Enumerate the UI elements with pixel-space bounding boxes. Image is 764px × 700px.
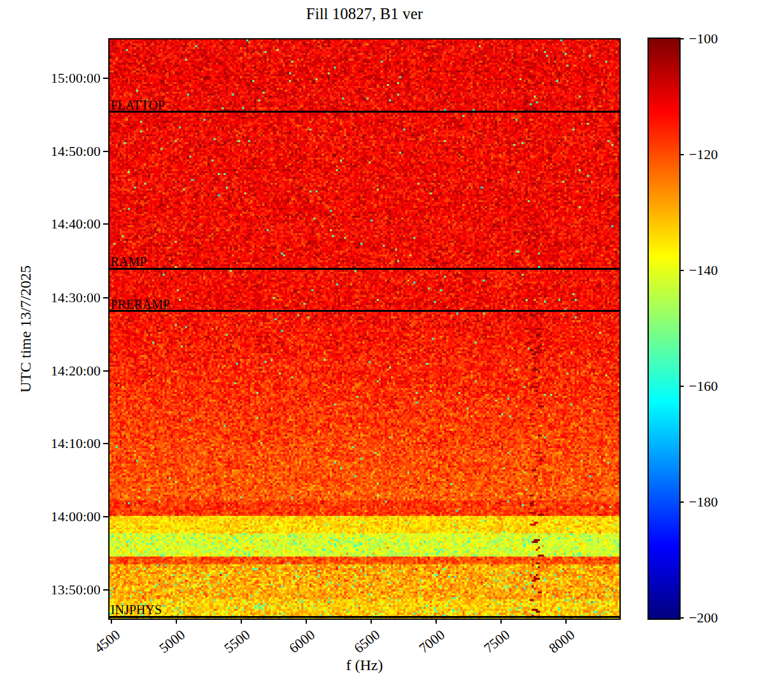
colorbar-tick-mark (679, 617, 684, 619)
colorbar-gradient-canvas (649, 39, 679, 619)
beam-mode-label-preramp: PRERAMP (111, 298, 170, 311)
x-tick-mark (500, 619, 502, 624)
colorbar (647, 38, 681, 620)
colorbar-tick-label-3: −160 (689, 379, 718, 394)
x-tick-mark (565, 619, 567, 624)
colorbar-tick-mark (679, 154, 684, 155)
y-tick-label-2: 14:40:00 (0, 216, 101, 232)
y-tick-mark (103, 223, 108, 225)
x-tick-mark (435, 619, 437, 624)
colorbar-tick-label-2: −140 (689, 263, 718, 278)
y-tick-mark (103, 443, 108, 444)
y-tick-mark (103, 589, 108, 591)
spectrogram-figure: Fill 10827, B1 ver UTC time 13/7/2025 f … (0, 0, 764, 700)
colorbar-tick-label-1: −120 (689, 147, 718, 162)
x-tick-label-1: 5000 (157, 627, 187, 655)
y-tick-label-0: 15:00:00 (0, 71, 101, 86)
y-tick-mark (103, 78, 108, 79)
x-tick-label-6: 7500 (481, 627, 512, 655)
beam-mode-line-flattop (110, 111, 619, 113)
y-tick-label-7: 13:50:00 (0, 582, 101, 598)
beam-mode-line-ramp (110, 268, 619, 270)
y-tick-mark (103, 297, 108, 298)
x-tick-label-5: 7000 (416, 627, 447, 655)
y-tick-mark (103, 370, 108, 372)
x-tick-label-0: 4500 (92, 627, 123, 655)
x-tick-mark (176, 619, 177, 624)
colorbar-tick-mark (679, 386, 684, 387)
x-axis-label: f (Hz) (110, 657, 619, 674)
y-tick-label-6: 14:00:00 (0, 509, 101, 524)
plot-area: FLATTOPRAMPPRERAMPINJPHYS (108, 38, 621, 620)
colorbar-tick-mark (679, 270, 684, 271)
y-tick-label-5: 14:10:00 (0, 436, 101, 451)
colorbar-tick-label-0: −100 (689, 31, 718, 46)
y-tick-label-3: 14:30:00 (0, 290, 101, 305)
beam-mode-label-flattop: FLATTOP (111, 99, 165, 111)
colorbar-tick-mark (679, 501, 684, 503)
x-tick-mark (111, 619, 112, 624)
x-tick-mark (371, 619, 372, 624)
colorbar-tick-label-4: −180 (689, 494, 718, 510)
beam-mode-label-injphys: INJPHYS (111, 603, 162, 616)
y-tick-label-4: 14:20:00 (0, 363, 101, 379)
colorbar-tick-mark (679, 38, 684, 39)
colorbar-tick-label-5: −200 (689, 610, 718, 626)
y-tick-label-1: 14:50:00 (0, 144, 101, 159)
x-tick-label-4: 6500 (351, 627, 382, 655)
x-tick-label-3: 6000 (286, 627, 317, 655)
x-tick-mark (306, 619, 307, 624)
plot-title: Fill 10827, B1 ver (110, 5, 619, 23)
y-tick-mark (103, 151, 108, 152)
x-tick-mark (241, 619, 242, 624)
x-tick-label-7: 8000 (546, 627, 577, 655)
x-tick-label-2: 5500 (222, 627, 252, 655)
beam-mode-line-preramp (110, 310, 619, 312)
spectrogram-heatmap-canvas (110, 39, 619, 619)
y-tick-mark (103, 516, 108, 517)
beam-mode-line-injphys (110, 616, 619, 618)
beam-mode-label-ramp: RAMP (111, 255, 147, 268)
